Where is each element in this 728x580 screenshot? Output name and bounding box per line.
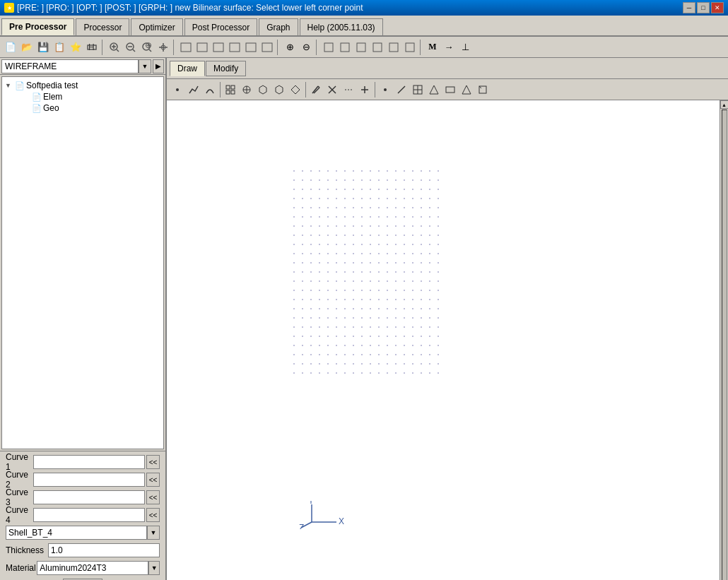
- star-button[interactable]: ⭐: [68, 40, 83, 55]
- tb-sq3[interactable]: [211, 40, 226, 55]
- tool-plus[interactable]: [357, 82, 372, 97]
- shell-dropdown-arrow[interactable]: ▼: [147, 526, 160, 540]
- svg-point-236: [293, 262, 295, 264]
- curve2-input[interactable]: [33, 473, 145, 487]
- tree-expand-button[interactable]: ▶: [153, 59, 164, 73]
- svg-point-420: [327, 354, 329, 355]
- zoom-fit-button[interactable]: ⊕: [139, 40, 155, 55]
- tab-help[interactable]: Help (2005.11.03): [300, 18, 383, 35]
- tool-delete[interactable]: [324, 82, 340, 97]
- new-button[interactable]: 📄: [3, 40, 18, 55]
- wireframe-dropdown-arrow[interactable]: ▼: [139, 59, 151, 73]
- shell-input[interactable]: [6, 526, 147, 540]
- curve3-input[interactable]: [33, 490, 145, 504]
- svg-point-458: [344, 372, 346, 374]
- tool-hex[interactable]: [255, 82, 271, 97]
- svg-marker-53: [462, 85, 471, 94]
- crosshair-button[interactable]: [155, 40, 171, 55]
- scroll-up-button[interactable]: ▲: [720, 100, 729, 109]
- material-dropdown-arrow[interactable]: ▼: [148, 561, 160, 575]
- tb-sq5[interactable]: [243, 40, 259, 55]
- tool-point[interactable]: [170, 82, 185, 97]
- tool-grid2[interactable]: [410, 82, 425, 97]
- tree-node-elem[interactable]: 📄 Elem: [5, 91, 160, 102]
- save-button[interactable]: 💾: [35, 40, 51, 55]
- tool-tri2[interactable]: [459, 82, 474, 97]
- draw-tab-modify[interactable]: Modify: [206, 61, 246, 76]
- svg-point-456: [327, 372, 329, 374]
- tool-box[interactable]: [475, 82, 491, 97]
- svg-point-93: [302, 189, 303, 190]
- tool-star[interactable]: [239, 82, 254, 97]
- svg-point-208: [361, 244, 363, 245]
- tb-sq2[interactable]: [194, 40, 210, 55]
- tb-arrow1[interactable]: ⊕: [282, 40, 298, 55]
- svg-point-278: [344, 280, 346, 282]
- tab-post-processor[interactable]: Post Processor: [184, 18, 257, 35]
- tool-arc[interactable]: [202, 82, 218, 97]
- close-button[interactable]: ✕: [711, 2, 724, 13]
- svg-point-169: [336, 225, 337, 227]
- tb-extra1[interactable]: [321, 40, 336, 55]
- svg-point-230: [395, 253, 397, 254]
- svg-point-179: [421, 225, 422, 227]
- tab-graph[interactable]: Graph: [259, 18, 298, 35]
- tb-label-m[interactable]: M: [425, 40, 440, 55]
- svg-point-98: [344, 189, 346, 190]
- maximize-button[interactable]: □: [697, 2, 710, 13]
- tool-dotted[interactable]: [341, 82, 356, 97]
- curve1-input[interactable]: [33, 455, 145, 469]
- svg-point-80: [344, 179, 346, 181]
- wireframe-dropdown[interactable]: [1, 59, 139, 73]
- copy-button[interactable]: 📋: [52, 40, 67, 55]
- svg-point-146: [293, 216, 295, 218]
- svg-point-73: [438, 170, 439, 172]
- tb-perp[interactable]: ⊥: [457, 40, 473, 55]
- tb-sq6[interactable]: [259, 40, 275, 55]
- tab-pre-processor[interactable]: Pre Processor: [1, 18, 74, 35]
- tree-node-root[interactable]: ▼ 📄 Softpedia test: [5, 80, 160, 91]
- svg-point-240: [327, 262, 329, 264]
- tree-node-geo[interactable]: 📄 Geo: [5, 102, 160, 114]
- tb-extra3[interactable]: [353, 40, 369, 55]
- open-button[interactable]: 📂: [19, 40, 35, 55]
- minimize-button[interactable]: ─: [683, 2, 695, 13]
- curve3-button[interactable]: <<: [146, 490, 160, 504]
- curve1-button[interactable]: <<: [146, 455, 160, 469]
- svg-point-311: [319, 299, 320, 300]
- svg-point-155: [370, 216, 371, 218]
- hide-button[interactable]: H: [84, 40, 100, 55]
- tool-pencil[interactable]: [308, 82, 324, 97]
- tb-extra2[interactable]: [337, 40, 353, 55]
- tb-extra5[interactable]: [386, 40, 401, 55]
- tb-extra4[interactable]: [370, 40, 385, 55]
- tool-pt2[interactable]: [377, 82, 393, 97]
- tool-hex2[interactable]: [271, 82, 287, 97]
- tb-extra6[interactable]: [402, 40, 418, 55]
- tool-tri[interactable]: [426, 82, 442, 97]
- zoom-out-button[interactable]: [123, 40, 139, 55]
- zoom-in-button[interactable]: [107, 40, 122, 55]
- vertical-scrollbar[interactable]: ▲ ▼: [720, 100, 728, 580]
- draw-tab-draw[interactable]: Draw: [170, 61, 205, 76]
- thickness-input[interactable]: [48, 543, 160, 557]
- tool-polyline[interactable]: [186, 82, 201, 97]
- curve4-input[interactable]: [33, 508, 145, 522]
- tab-optimizer[interactable]: Optimizer: [131, 18, 182, 35]
- canvas-area[interactable]: // dots will be rendered programmaticall…: [167, 100, 728, 580]
- tool-grid[interactable]: [223, 82, 238, 97]
- svg-point-245: [370, 262, 371, 264]
- curve2-button[interactable]: <<: [146, 473, 160, 487]
- tool-line[interactable]: [394, 82, 409, 97]
- tab-processor[interactable]: Processor: [76, 18, 129, 35]
- tb-arrow2[interactable]: ⊖: [298, 40, 314, 55]
- tool-rect[interactable]: [442, 82, 458, 97]
- svg-point-313: [336, 299, 337, 300]
- curve4-button[interactable]: <<: [146, 508, 160, 522]
- tool-diamond[interactable]: [288, 82, 303, 97]
- tb-sq1[interactable]: [178, 40, 194, 55]
- svg-point-61: [336, 170, 337, 172]
- tb-sq4[interactable]: [227, 40, 242, 55]
- tb-arrow-right[interactable]: →: [441, 40, 457, 55]
- material-input[interactable]: [37, 561, 148, 575]
